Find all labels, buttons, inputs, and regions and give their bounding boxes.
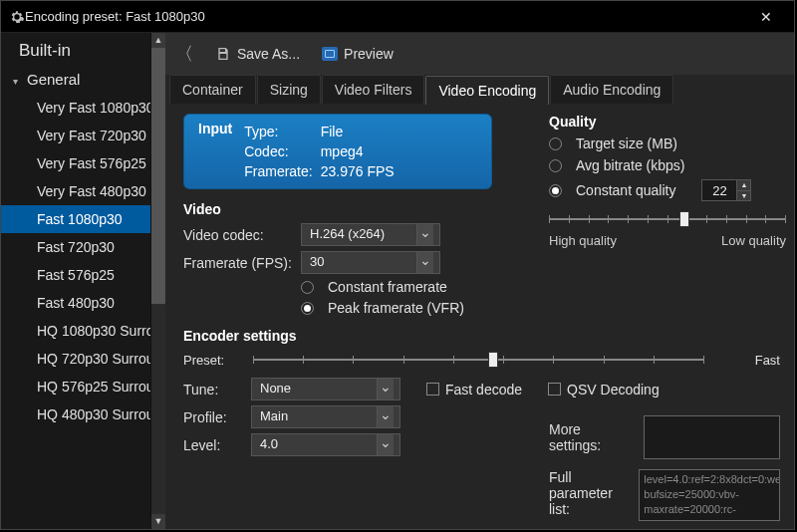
preview-label: Preview	[344, 46, 394, 62]
preset-group-general[interactable]: General	[1, 67, 150, 94]
constant-quality-input[interactable]	[702, 180, 736, 200]
preset-item[interactable]: Fast 576p25	[1, 261, 150, 289]
input-fps-value: 23.976 FPS	[321, 162, 400, 180]
preset-sidebar: Built-in General Very Fast 1080p30Very F…	[1, 33, 165, 529]
preview-icon	[322, 47, 338, 61]
tab-audio-encoding[interactable]: Audio Encoding	[550, 75, 673, 104]
peak-framerate-label[interactable]: Peak framerate (VFR)	[328, 300, 464, 316]
preset-item[interactable]: HQ 480p30 Surround	[1, 400, 150, 428]
low-quality-label: Low quality	[721, 233, 786, 248]
input-codec-value: mpeg4	[321, 142, 400, 160]
high-quality-label: High quality	[549, 233, 617, 248]
fast-decode-checkbox[interactable]: Fast decode	[426, 382, 522, 398]
tune-label: Tune:	[183, 382, 243, 398]
framerate-select[interactable]: 30	[301, 251, 440, 274]
profile-label: Profile:	[183, 409, 243, 425]
encoder-heading: Encoder settings	[183, 328, 780, 344]
constant-framerate-radio[interactable]	[301, 281, 314, 294]
gear-icon	[9, 9, 25, 25]
input-type-label: Type:	[244, 123, 318, 140]
constant-quality-spinner[interactable]: ▲▼	[701, 179, 751, 201]
cq-up[interactable]: ▲	[736, 180, 750, 191]
preset-item[interactable]: HQ 1080p30 Surround	[1, 317, 150, 345]
preset-item[interactable]: Very Fast 720p30	[1, 122, 150, 149]
peak-framerate-radio[interactable]	[301, 302, 314, 315]
qsv-decoding-checkbox[interactable]: QSV Decoding	[548, 382, 660, 398]
window-title: Encoding preset: Fast 1080p30	[25, 9, 746, 24]
preview-button[interactable]: Preview	[318, 42, 398, 66]
scroll-up-button[interactable]: ▲	[151, 33, 165, 48]
save-icon	[215, 46, 231, 62]
preset-item[interactable]: Very Fast 480p30	[1, 177, 150, 205]
back-button[interactable]: 〈	[171, 42, 197, 66]
scroll-down-button[interactable]: ▼	[151, 514, 165, 529]
constant-framerate-label[interactable]: Constant framerate	[328, 279, 447, 295]
tune-select[interactable]: None	[251, 378, 400, 400]
preset-value: Fast	[720, 353, 780, 368]
input-type-value: File	[321, 123, 400, 140]
full-params-box: level=4.0:ref=2:8x8dct=0:weightp=1:subme…	[639, 469, 780, 521]
video-codec-label: Video codec:	[183, 227, 293, 243]
save-as-label: Save As...	[237, 46, 300, 62]
full-params-label: Full parameter list:	[549, 469, 631, 517]
toolbar: 〈 Save As... Preview	[165, 33, 794, 75]
constant-quality-radio[interactable]	[549, 184, 562, 197]
quality-slider[interactable]	[549, 207, 786, 231]
preset-item[interactable]: Very Fast 1080p30	[1, 94, 150, 122]
close-button[interactable]: ✕	[746, 9, 786, 25]
preset-item[interactable]: Fast 480p30	[1, 289, 150, 317]
save-as-button[interactable]: Save As...	[211, 42, 304, 66]
target-size-label[interactable]: Target size (MB)	[576, 135, 677, 151]
preset-item[interactable]: Very Fast 576p25	[1, 149, 150, 177]
preset-item[interactable]: HQ 720p30 Surround	[1, 345, 150, 373]
quality-heading: Quality	[549, 114, 786, 130]
constant-quality-label[interactable]: Constant quality	[576, 182, 675, 198]
target-size-radio[interactable]	[549, 137, 562, 150]
profile-select[interactable]: Main	[251, 405, 400, 428]
tabs: ContainerSizingVideo FiltersVideo Encodi…	[165, 75, 794, 104]
preset-label: Preset:	[183, 353, 237, 368]
tab-video-filters[interactable]: Video Filters	[322, 75, 425, 104]
input-codec-label: Codec:	[244, 142, 318, 160]
tab-container[interactable]: Container	[169, 75, 256, 104]
preset-item[interactable]: Fast 720p30	[1, 233, 150, 261]
more-settings-input[interactable]	[644, 415, 780, 459]
avg-bitrate-label[interactable]: Avg bitrate (kbps)	[576, 157, 684, 173]
scroll-thumb[interactable]	[151, 48, 165, 304]
more-settings-label: More settings:	[549, 421, 636, 453]
avg-bitrate-radio[interactable]	[549, 159, 562, 172]
level-label: Level:	[183, 437, 243, 453]
input-heading: Input	[198, 121, 232, 182]
input-info-block: Input Type:File Codec:mpeg4 Framerate:23…	[183, 114, 492, 189]
level-select[interactable]: 4.0	[251, 433, 400, 456]
tab-sizing[interactable]: Sizing	[257, 75, 321, 104]
preset-item[interactable]: HQ 576p25 Surround	[1, 373, 150, 400]
video-codec-select[interactable]: H.264 (x264)	[301, 223, 440, 246]
cq-down[interactable]: ▼	[736, 191, 750, 201]
preset-item[interactable]: Fast 1080p30	[1, 205, 150, 233]
preset-root[interactable]: Built-in	[1, 35, 150, 67]
framerate-label: Framerate (FPS):	[183, 255, 293, 271]
input-fps-label: Framerate:	[244, 162, 318, 180]
video-encoding-panel: Input Type:File Codec:mpeg4 Framerate:23…	[165, 104, 794, 529]
preset-slider[interactable]	[253, 350, 704, 370]
sidebar-scrollbar[interactable]: ▲ ▼	[150, 33, 165, 529]
titlebar: Encoding preset: Fast 1080p30 ✕	[1, 1, 794, 33]
tab-video-encoding[interactable]: Video Encoding	[425, 76, 549, 105]
